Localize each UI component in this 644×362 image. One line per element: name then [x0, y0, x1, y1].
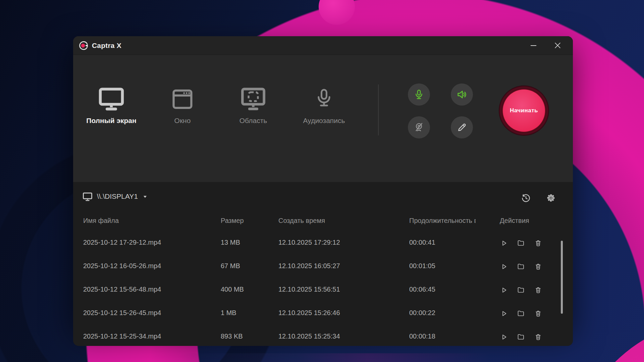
- file-created-time: 12.10.2025 16:05:27: [278, 262, 340, 270]
- mode-label: Полный экран: [76, 117, 147, 125]
- row-actions: [500, 329, 542, 345]
- row-actions: [500, 259, 542, 274]
- table-row: 2025-10-12 15-25-34.mp4 893 KB 12.10.202…: [73, 325, 573, 349]
- mode-audio[interactable]: Аудиозапись: [289, 84, 359, 125]
- file-name: 2025-10-12 15-25-34.mp4: [83, 333, 161, 340]
- display-icon: [82, 191, 93, 201]
- file-size: 893 KB: [221, 333, 243, 340]
- display-name: \\.\DISPLAY1: [97, 192, 138, 200]
- webcam-toggle-button[interactable]: [408, 116, 430, 138]
- folder-icon: [517, 333, 525, 341]
- folder-icon: [517, 239, 525, 247]
- webcam-off-icon: [413, 122, 425, 133]
- scrollbar-thumb[interactable]: [561, 241, 563, 314]
- file-duration: 00:01:05: [409, 262, 435, 270]
- play-icon: [500, 239, 508, 247]
- file-size: 67 MB: [221, 262, 240, 270]
- table-row: 2025-10-12 17-29-12.mp4 13 MB 12.10.2025…: [73, 231, 573, 255]
- folder-icon: [517, 262, 525, 270]
- system-audio-toggle-button[interactable]: [451, 83, 473, 106]
- play-button[interactable]: [500, 282, 508, 298]
- trash-icon: [534, 310, 542, 317]
- mode-fullscreen[interactable]: Полный экран: [76, 84, 147, 125]
- folder-icon: [517, 286, 525, 294]
- open-folder-button[interactable]: [517, 329, 525, 345]
- file-size: 1 MB: [221, 309, 236, 317]
- delete-button[interactable]: [534, 306, 542, 321]
- play-button[interactable]: [500, 235, 508, 251]
- trash-icon: [534, 286, 542, 294]
- app-window: Captra X Полный экран: [73, 36, 573, 327]
- mode-label: Окно: [147, 117, 218, 125]
- open-folder-button[interactable]: [517, 235, 525, 251]
- open-folder-button[interactable]: [517, 259, 525, 274]
- background-bottom-glow: [0, 353, 644, 362]
- minimize-button[interactable]: [527, 40, 540, 52]
- chevron-down-icon: [143, 194, 148, 199]
- play-button[interactable]: [500, 329, 508, 345]
- settings-button[interactable]: [545, 192, 556, 203]
- recordings-section: \\.\DISPLAY1 Имя файла Размер Создать в: [73, 182, 573, 346]
- file-duration: 00:00:18: [409, 333, 435, 340]
- delete-button[interactable]: [534, 282, 542, 298]
- microphone-icon: [289, 84, 359, 111]
- play-icon: [500, 263, 508, 270]
- file-name: 2025-10-12 17-29-12.mp4: [83, 239, 161, 246]
- row-actions: [500, 282, 542, 298]
- pencil-icon: [456, 122, 468, 133]
- play-icon: [500, 333, 508, 341]
- mode-window[interactable]: Окно: [147, 84, 218, 125]
- history-button[interactable]: [520, 192, 531, 203]
- header-created-time: Создать время: [278, 217, 325, 225]
- folder-icon: [517, 309, 525, 317]
- file-name: 2025-10-12 15-26-45.mp4: [83, 309, 161, 317]
- table-header-row: Имя файла Размер Создать время Продолжит…: [73, 214, 573, 228]
- file-created-time: 12.10.2025 15:25:34: [278, 333, 340, 340]
- delete-button[interactable]: [534, 235, 542, 251]
- file-duration: 00:00:41: [409, 239, 435, 246]
- open-folder-button[interactable]: [517, 282, 525, 298]
- row-actions: [500, 306, 542, 321]
- trash-icon: [534, 333, 542, 341]
- display-selector[interactable]: \\.\DISPLAY1: [82, 191, 148, 201]
- start-recording-button[interactable]: Начинать: [503, 89, 545, 132]
- play-icon: [500, 310, 508, 317]
- mode-label: Область: [218, 117, 288, 125]
- speaker-on-icon: [456, 89, 468, 100]
- table-row: 2025-10-12 15-56-48.mp4 400 MB 12.10.202…: [73, 278, 573, 302]
- titlebar: Captra X: [73, 36, 573, 55]
- close-button[interactable]: [551, 40, 564, 52]
- history-icon: [521, 193, 531, 203]
- file-name: 2025-10-12 16-05-26.mp4: [83, 262, 161, 270]
- window-icon: [147, 84, 218, 111]
- open-folder-button[interactable]: [517, 306, 525, 321]
- trash-icon: [534, 263, 542, 270]
- delete-button[interactable]: [534, 329, 542, 345]
- file-table-body: 2025-10-12 17-29-12.mp4 13 MB 12.10.2025…: [73, 231, 573, 349]
- header-duration: Продолжительность в: [409, 217, 476, 225]
- header-size: Размер: [221, 217, 244, 225]
- file-created-time: 12.10.2025 17:29:12: [278, 239, 340, 246]
- fullscreen-monitor-icon: [76, 84, 147, 111]
- file-created-time: 12.10.2025 15:26:46: [278, 309, 340, 317]
- microphone-toggle-button[interactable]: [408, 83, 430, 106]
- file-size: 13 MB: [221, 239, 240, 246]
- app-logo-icon: [78, 41, 89, 51]
- gear-icon: [546, 193, 556, 203]
- file-name: 2025-10-12 15-56-48.mp4: [83, 286, 161, 293]
- mode-region[interactable]: Область: [218, 84, 288, 125]
- header-actions: Действия: [500, 217, 529, 225]
- trash-icon: [534, 239, 542, 247]
- app-title: Captra X: [92, 42, 121, 50]
- minimize-icon: [531, 45, 536, 46]
- microphone-on-icon: [413, 89, 425, 100]
- delete-button[interactable]: [534, 259, 542, 274]
- play-button[interactable]: [500, 259, 508, 274]
- region-monitor-icon: [218, 84, 288, 111]
- table-row: 2025-10-12 16-05-26.mp4 67 MB 12.10.2025…: [73, 255, 573, 278]
- file-duration: 00:06:45: [409, 286, 435, 293]
- file-duration: 00:00:22: [409, 309, 435, 317]
- play-button[interactable]: [500, 306, 508, 321]
- annotate-button[interactable]: [451, 116, 473, 138]
- play-icon: [500, 286, 508, 294]
